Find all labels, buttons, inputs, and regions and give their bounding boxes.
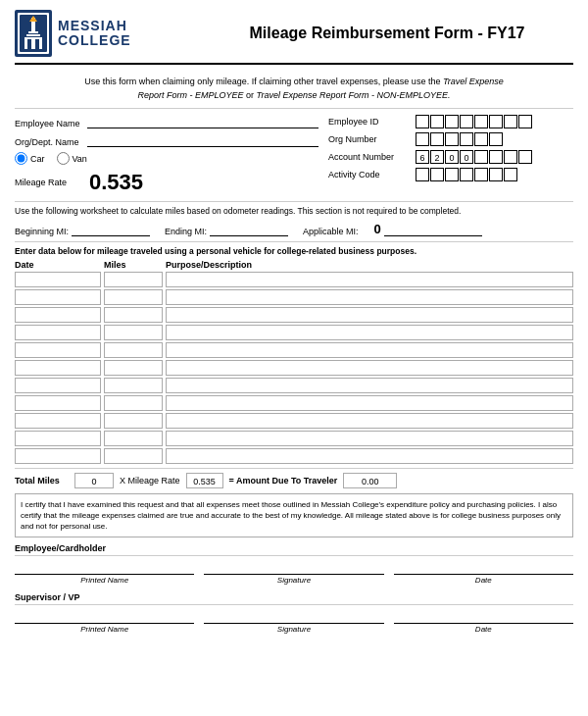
van-radio-item[interactable]: Van <box>57 152 87 165</box>
miles-input-1[interactable] <box>104 289 163 305</box>
beginning-mi-field: Beginning MI: <box>15 223 150 236</box>
amount-label: = Amount Due To Traveler <box>229 476 338 486</box>
acct-box-3[interactable]: 0 <box>445 150 459 164</box>
desc-input-6[interactable] <box>166 378 573 393</box>
van-radio[interactable] <box>57 152 70 165</box>
applicable-mi-input[interactable] <box>384 223 482 236</box>
org-box-2[interactable] <box>430 132 444 146</box>
form-right: Employee ID Org Number <box>328 115 573 195</box>
employee-id-boxes[interactable] <box>416 115 532 128</box>
acct-box-2[interactable]: 2 <box>430 150 444 164</box>
miles-input-10[interactable] <box>104 448 163 464</box>
desc-input-7[interactable] <box>166 395 573 411</box>
miles-input-5[interactable] <box>104 360 163 376</box>
table-row <box>15 342 573 358</box>
desc-input-0[interactable] <box>166 272 573 287</box>
miles-input-4[interactable] <box>104 342 163 358</box>
eid-box-3[interactable] <box>445 115 459 128</box>
act-box-6[interactable] <box>489 168 503 181</box>
desc-input-1[interactable] <box>166 289 573 305</box>
eid-box-6[interactable] <box>489 115 503 128</box>
employee-date-input[interactable] <box>394 559 573 575</box>
beginning-mi-input[interactable] <box>72 223 150 236</box>
org-dept-input[interactable] <box>87 133 318 147</box>
total-miles-value[interactable]: 0 <box>74 473 114 488</box>
applicable-mi-field: Applicable MI: 0 <box>303 222 482 236</box>
desc-input-10[interactable] <box>166 448 573 464</box>
eid-box-5[interactable] <box>474 115 488 128</box>
date-input-8[interactable] <box>15 413 101 429</box>
desc-input-5[interactable] <box>166 360 573 376</box>
employee-signature-col: Signature <box>204 559 383 585</box>
desc-input-9[interactable] <box>166 431 573 446</box>
acct-box-6[interactable] <box>489 150 503 164</box>
mileage-rate-row: Mileage Rate 0.535 <box>15 170 318 195</box>
logo-icon <box>15 10 52 57</box>
org-box-6[interactable] <box>489 132 503 146</box>
act-box-3[interactable] <box>445 168 459 181</box>
date-input-5[interactable] <box>15 360 101 376</box>
eid-box-8[interactable] <box>518 115 532 128</box>
desc-input-8[interactable] <box>166 413 573 429</box>
date-input-3[interactable] <box>15 325 101 340</box>
table-row <box>15 272 573 287</box>
supervisor-signature-input[interactable] <box>204 608 383 624</box>
act-box-5[interactable] <box>474 168 488 181</box>
table-row <box>15 431 573 446</box>
acct-box-5[interactable] <box>474 150 488 164</box>
rate-value[interactable]: 0.535 <box>186 473 223 488</box>
supervisor-date-input[interactable] <box>394 608 573 624</box>
acct-box-8[interactable] <box>518 150 532 164</box>
miles-input-0[interactable] <box>104 272 163 287</box>
desc-input-3[interactable] <box>166 325 573 340</box>
supervisor-printed-input[interactable] <box>15 608 194 624</box>
org-number-boxes[interactable] <box>416 132 503 146</box>
employee-printed-input[interactable] <box>15 559 194 575</box>
desc-input-2[interactable] <box>166 307 573 323</box>
org-box-3[interactable] <box>445 132 459 146</box>
eid-box-1[interactable] <box>416 115 429 128</box>
eid-box-7[interactable] <box>504 115 517 128</box>
eid-box-4[interactable] <box>460 115 473 128</box>
org-number-label: Org Number <box>328 134 412 144</box>
miles-input-8[interactable] <box>104 413 163 429</box>
employee-signature-input[interactable] <box>204 559 383 575</box>
miles-input-7[interactable] <box>104 395 163 411</box>
miles-input-6[interactable] <box>104 378 163 393</box>
date-input-10[interactable] <box>15 448 101 464</box>
date-input-9[interactable] <box>15 431 101 446</box>
date-input-6[interactable] <box>15 378 101 393</box>
eid-box-2[interactable] <box>430 115 444 128</box>
employee-name-input[interactable] <box>87 115 318 128</box>
date-input-1[interactable] <box>15 289 101 305</box>
supervisor-sig-label: Supervisor / VP <box>15 592 573 602</box>
employee-name-label: Employee Name <box>15 119 83 128</box>
act-box-2[interactable] <box>430 168 444 181</box>
miles-input-2[interactable] <box>104 307 163 323</box>
act-box-1[interactable] <box>416 168 429 181</box>
svg-rect-6 <box>26 34 40 36</box>
date-input-2[interactable] <box>15 307 101 323</box>
acct-box-7[interactable] <box>504 150 517 164</box>
car-radio-item[interactable]: Car <box>15 152 45 165</box>
act-box-4[interactable] <box>460 168 473 181</box>
org-box-1[interactable] <box>416 132 429 146</box>
miles-input-9[interactable] <box>104 431 163 446</box>
date-input-0[interactable] <box>15 272 101 287</box>
date-input-4[interactable] <box>15 342 101 358</box>
miles-input-3[interactable] <box>104 325 163 340</box>
car-radio[interactable] <box>15 152 27 165</box>
date-input-7[interactable] <box>15 395 101 411</box>
org-box-4[interactable] <box>460 132 473 146</box>
acct-box-1[interactable]: 6 <box>416 150 429 164</box>
act-box-7[interactable] <box>504 168 517 181</box>
acct-box-4[interactable]: 0 <box>460 150 473 164</box>
desc-input-4[interactable] <box>166 342 573 358</box>
table-row <box>15 395 573 411</box>
ending-mi-input[interactable] <box>210 223 288 236</box>
activity-code-boxes[interactable] <box>416 168 517 181</box>
account-number-boxes[interactable]: 6 2 0 0 <box>416 150 532 164</box>
org-box-5[interactable] <box>474 132 488 146</box>
employee-date-col: Date <box>394 559 573 585</box>
amount-value[interactable]: 0.00 <box>343 473 397 488</box>
